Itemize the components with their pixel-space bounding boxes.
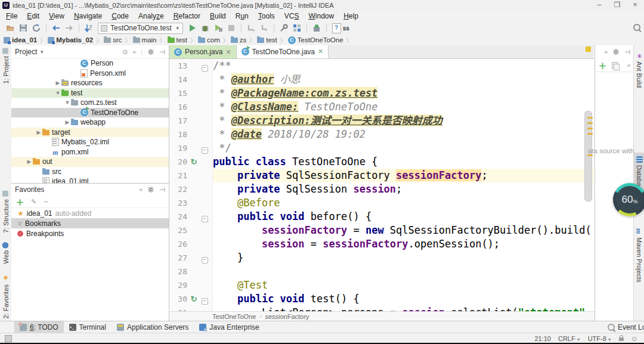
project-panel-title[interactable]: Project▼ <box>15 48 44 56</box>
event-log-button[interactable]: Event Log <box>608 323 644 331</box>
code-line-23[interactable]: 23 @Before <box>169 196 594 210</box>
code-line-25[interactable]: 25 sessionFactory = new SqlSessionFactor… <box>169 224 594 237</box>
more-icon[interactable]: » <box>627 62 630 69</box>
menu-help[interactable]: Help <box>339 11 363 21</box>
update-application-icon[interactable] <box>244 22 258 34</box>
hide-panel-icon[interactable]: ⊣ <box>159 186 165 194</box>
error-stripe-mark[interactable] <box>587 117 593 119</box>
duplicate-icon[interactable] <box>612 62 618 69</box>
tree-item-com.zs.test[interactable]: ▼com.zs.test <box>11 98 169 108</box>
settings-icon[interactable] <box>277 22 290 34</box>
gear-icon[interactable] <box>147 48 154 55</box>
breadcrumb-test[interactable]: test <box>168 36 189 44</box>
error-stripe-mark[interactable] <box>587 122 593 124</box>
breadcrumb-test[interactable]: test <box>257 36 278 44</box>
toolwindow-button-maven-projects[interactable]: Maven Projects <box>634 224 644 286</box>
menu-analyze[interactable]: Analyze <box>134 11 169 21</box>
collapse-all-icon[interactable]: ÷ <box>139 186 143 193</box>
toolwindow-button-2-favorites[interactable]: 2: Favorites <box>0 274 11 318</box>
run-configuration-select[interactable]: TestOneToOne.test ▼ <box>98 23 183 34</box>
run-with-coverage-icon[interactable] <box>212 22 225 34</box>
save-all-icon[interactable] <box>17 22 30 34</box>
toolwindow-button-6-todo[interactable]: 6: TODO <box>14 321 64 333</box>
fold-icon[interactable]: − <box>200 294 209 305</box>
menu-refactor[interactable]: Refactor <box>169 11 205 21</box>
code-line-18[interactable]: 18 * @date 2018/10/28 19:02 <box>169 128 594 141</box>
error-stripe-mark[interactable] <box>587 154 593 156</box>
remove-favorite-icon[interactable]: − <box>44 197 48 206</box>
toolwindow-toggle-icon[interactable] <box>5 335 12 342</box>
menu-build[interactable]: Build <box>205 11 231 21</box>
favorites-item-bookmarks[interactable]: Bookmarks <box>11 218 169 228</box>
add-favorite-icon[interactable]: ＋ <box>16 196 24 207</box>
code-line-20[interactable]: 20↻public class TestOneToOne { <box>169 155 594 169</box>
code-line-30[interactable]: 30↻− public void test() { <box>169 292 594 306</box>
search-everywhere-icon[interactable] <box>633 23 640 33</box>
breadcrumb-main[interactable]: main <box>133 36 158 44</box>
breadcrumb-com[interactable]: com <box>198 36 221 44</box>
tree-item-webapp[interactable]: ▶webapp <box>11 117 169 128</box>
tree-item-pom.xml[interactable]: pom.xml <box>11 147 169 157</box>
hide-panel-icon[interactable]: ⊣ <box>159 48 165 56</box>
fold-icon[interactable]: − <box>200 212 209 222</box>
code-line-14[interactable]: 14 * @author 小思 <box>169 73 594 86</box>
editor-scrollbar[interactable] <box>584 111 592 202</box>
fold-icon[interactable]: − <box>200 61 209 72</box>
code-line-21[interactable]: 21 private SqlSessionFactory sessionFact… <box>169 169 594 182</box>
stop-icon[interactable] <box>225 22 238 34</box>
help-reference-button[interactable]: ? ss <box>332 23 349 33</box>
code-line-29[interactable]: 29 @Test <box>169 278 594 292</box>
tree-item-mybatis_02.iml[interactable]: Mybatis_02.iml <box>11 137 169 147</box>
menu-vcs[interactable]: VCS <box>280 11 304 21</box>
tree-arrow-icon[interactable]: ▼ <box>54 90 61 96</box>
close-tab-icon[interactable]: ✕ <box>225 48 231 56</box>
code-line-15[interactable]: 15 * @PackageName:com.zs.test <box>169 86 594 100</box>
menu-window[interactable]: Window <box>304 11 339 21</box>
menu-tools[interactable]: Tools <box>253 11 280 21</box>
favorites-item-idea_01[interactable]: idea_01auto-added <box>11 208 169 218</box>
edit-favorite-icon[interactable]: ✎ <box>31 198 36 206</box>
breadcrumb-src[interactable]: src <box>104 36 123 44</box>
code-line-22[interactable]: 22 private SqlSession session; <box>169 182 594 196</box>
collapse-all-icon[interactable]: ÷ <box>133 48 137 55</box>
inspection-profile-icon[interactable]: ☺ <box>631 334 638 343</box>
breadcrumb-mybatis_02[interactable]: Mybatis_02 <box>48 36 94 44</box>
gear-icon[interactable] <box>147 186 154 193</box>
plugin-icon[interactable] <box>310 22 323 34</box>
toolwindow-button-terminal[interactable]: Terminal <box>64 321 112 333</box>
hide-panel-icon[interactable]: ⊣ <box>624 48 630 56</box>
tree-arrow-icon[interactable]: ▶ <box>35 129 42 135</box>
forward-icon[interactable] <box>63 22 76 34</box>
close-tab-icon[interactable]: ✕ <box>318 48 323 55</box>
menu-view[interactable]: View <box>44 11 69 21</box>
run-gutter-icon[interactable]: ↻ <box>187 293 200 305</box>
error-stripe-mark[interactable] <box>587 128 593 129</box>
breadcrumb-member[interactable]: sessionFactory <box>265 313 309 320</box>
code-line-24[interactable]: 24− public void before() { <box>169 210 594 224</box>
project-structure-icon[interactable] <box>290 22 304 34</box>
code-line-19[interactable]: 19− */ <box>169 141 594 155</box>
code-editor[interactable]: 13−/**14 * @author 小思15 * @PackageName:c… <box>169 59 594 312</box>
tree-arrow-icon[interactable]: ▶ <box>54 80 61 86</box>
fold-icon[interactable]: − <box>200 253 209 264</box>
encoding-select[interactable]: UTF-8▼ <box>588 335 612 342</box>
locate-icon[interactable]: ⊙ <box>122 48 128 56</box>
tree-item-person.xml[interactable]: Person.xml <box>11 69 169 79</box>
menu-edit[interactable]: Edit <box>22 11 44 21</box>
collapse-all-icon[interactable]: ÷ <box>604 48 608 55</box>
back-icon[interactable] <box>49 22 63 34</box>
toolwindow-button-application-servers[interactable]: Application Servers <box>112 321 194 333</box>
editor-tab-testonetoone.java[interactable]: TestOneToOne.java✕ <box>237 45 329 58</box>
run-gutter-icon[interactable]: ↻ <box>187 156 200 168</box>
tree-arrow-icon[interactable]: ▼ <box>64 100 71 106</box>
menu-navigate[interactable]: Navigate <box>69 11 107 21</box>
menu-run[interactable]: Run <box>231 11 253 21</box>
annotate-sort-icon[interactable] <box>82 22 95 34</box>
tree-item-testonetoone[interactable]: TestOneToOne <box>11 108 169 118</box>
toolwindow-button-ant-build[interactable]: Ant Build <box>634 49 644 91</box>
tree-item-test[interactable]: ▼test <box>11 88 169 98</box>
readonly-lock-icon[interactable] <box>619 337 624 341</box>
error-stripe-mark[interactable] <box>587 133 593 135</box>
breadcrumb-testonetoone[interactable]: TestOneToOne <box>288 36 345 44</box>
breadcrumb-zs[interactable]: zs <box>231 36 248 44</box>
